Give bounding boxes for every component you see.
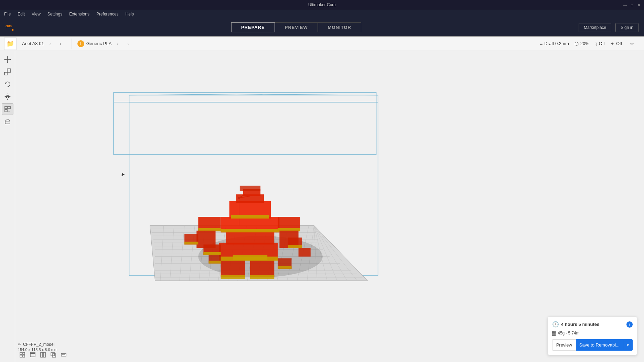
intersect-icon (50, 352, 56, 358)
window-title: Ultimaker Cura (308, 2, 336, 7)
menu-file[interactable]: File (3, 11, 12, 17)
svg-marker-10 (4, 95, 7, 98)
rotate-tool-button[interactable] (2, 78, 13, 90)
preview-button[interactable]: Preview (552, 339, 576, 351)
svg-rect-92 (231, 215, 269, 219)
open-folder-button[interactable]: 📁 (4, 38, 17, 50)
menu-preferences[interactable]: Preferences (95, 11, 120, 17)
per-model-settings-icon: + (4, 105, 11, 113)
infill-icon: ⬡ (575, 41, 579, 46)
scale-tool-button[interactable] (2, 66, 13, 78)
move-icon (4, 56, 11, 63)
svg-rect-108 (20, 355, 22, 357)
support-selector[interactable]: ⤵ Off (595, 41, 605, 46)
adhesion-selector[interactable]: ✦ Off (610, 41, 622, 46)
tab-monitor[interactable]: MONITOR (318, 22, 361, 32)
material-next-button[interactable]: › (124, 40, 132, 48)
svg-rect-114 (51, 352, 54, 356)
support-blocker-button[interactable] (2, 116, 13, 127)
printer-prev-button[interactable]: ‹ (46, 40, 54, 48)
minimize-button[interactable]: — (623, 2, 627, 7)
tab-prepare[interactable]: PREPARE (231, 22, 275, 32)
svg-line-18 (8, 119, 10, 121)
move-tool-button[interactable] (2, 54, 13, 65)
subtract-icon (61, 352, 67, 358)
signin-button[interactable]: Sign in (615, 23, 638, 32)
detail-label: 45g · 5.74m (558, 331, 579, 336)
svg-marker-11 (8, 95, 11, 98)
model-tools (18, 350, 68, 359)
info-button[interactable]: i (626, 321, 633, 328)
viewport[interactable]: ✏ CFFFP_2_model 154.0 x 115.5 x 8.0 mm (15, 51, 644, 362)
model-tool-2[interactable] (28, 350, 37, 359)
mirror-tool-button[interactable] (2, 91, 13, 103)
svg-rect-16 (5, 121, 10, 124)
print-panel: 🕐 4 hours 5 minutes i ▓ 45g · 5.74m Prev… (548, 317, 637, 355)
settings-bar: ≡ Draft 0.2mm ⬡ 20% ⤵ Off ✦ Off ✏ (540, 39, 640, 49)
menu-settings[interactable]: Settings (46, 11, 64, 17)
tab-preview[interactable]: PREVIEW (275, 22, 318, 32)
svg-marker-3 (7, 62, 8, 63)
svg-rect-14 (5, 109, 7, 112)
logo-dot: . (11, 22, 14, 33)
svg-rect-80 (226, 231, 275, 244)
svg-rect-103 (278, 266, 291, 269)
menu-extensions[interactable]: Extensions (68, 11, 91, 17)
logo-text: cura (6, 24, 11, 28)
svg-rect-82 (221, 229, 280, 232)
menu-edit[interactable]: Edit (16, 11, 26, 17)
svg-rect-112 (41, 352, 43, 357)
dropdown-icon: ▾ (627, 343, 629, 348)
maximize-button[interactable]: □ (630, 2, 634, 7)
menu-help[interactable]: Help (124, 11, 136, 17)
header-right: Marketplace Sign in (579, 23, 638, 32)
support-icon: ⤵ (595, 41, 597, 46)
svg-marker-4 (4, 59, 6, 60)
main-content: + (0, 51, 644, 362)
folder-icon: 📁 (7, 40, 14, 47)
printer-bar: 📁 Anet A8 01 ‹ › ! Generic PLA ‹ › ≡ Dra… (0, 36, 644, 51)
save-dropdown-button[interactable]: ▾ (623, 339, 633, 351)
profile-selector[interactable]: ≡ Draft 0.2mm (540, 41, 569, 46)
settings-edit-button[interactable]: ✏ (627, 39, 637, 49)
left-toolbar: + (0, 51, 15, 362)
infill-selector[interactable]: ⬡ 20% (575, 41, 589, 46)
svg-rect-101 (208, 261, 221, 264)
model-tool-4[interactable] (49, 350, 58, 359)
marketplace-button[interactable]: Marketplace (579, 23, 611, 32)
svg-rect-115 (52, 354, 56, 357)
menubar: File Edit View Settings Extensions Prefe… (0, 10, 644, 19)
printer-next-button[interactable]: › (56, 40, 65, 48)
svg-rect-107 (23, 352, 25, 354)
close-button[interactable]: ✕ (636, 2, 641, 7)
titlebar: Ultimaker Cura — □ ✕ (0, 0, 644, 10)
svg-marker-2 (7, 56, 8, 57)
model-tool-5[interactable] (59, 350, 68, 359)
time-label: 4 hours 5 minutes (561, 322, 599, 327)
svg-rect-6 (4, 72, 7, 75)
nav-tabs: PREPARE PREVIEW MONITOR (231, 22, 361, 32)
print-panel-header: 🕐 4 hours 5 minutes i (552, 321, 633, 328)
per-model-settings-button[interactable]: + (2, 103, 13, 115)
split-icon (40, 352, 46, 358)
infill-label: 20% (580, 41, 589, 46)
svg-rect-19 (15, 51, 644, 362)
printer-selector[interactable]: Anet A8 01 ‹ › (17, 40, 70, 48)
clock-icon: 🕐 (552, 321, 559, 328)
svg-rect-96 (288, 245, 302, 248)
support-blocker-icon (4, 118, 11, 125)
print-actions: Preview Save to Removabl... ▾ (552, 339, 633, 351)
svg-rect-110 (30, 353, 35, 357)
save-button[interactable]: Save to Removabl... (576, 339, 623, 351)
print-detail: ▓ 45g · 5.74m (552, 330, 633, 336)
group-icon (30, 352, 36, 358)
arrange-icon (19, 352, 25, 358)
model-tool-3[interactable] (39, 350, 47, 359)
menu-view[interactable]: View (30, 11, 42, 17)
svg-rect-97 (299, 248, 311, 257)
svg-rect-13 (8, 106, 10, 109)
model-tool-1[interactable] (18, 350, 27, 359)
material-selector[interactable]: ! Generic PLA ‹ › (73, 38, 137, 49)
svg-text:+: + (8, 110, 10, 113)
material-prev-button[interactable]: ‹ (114, 40, 122, 48)
